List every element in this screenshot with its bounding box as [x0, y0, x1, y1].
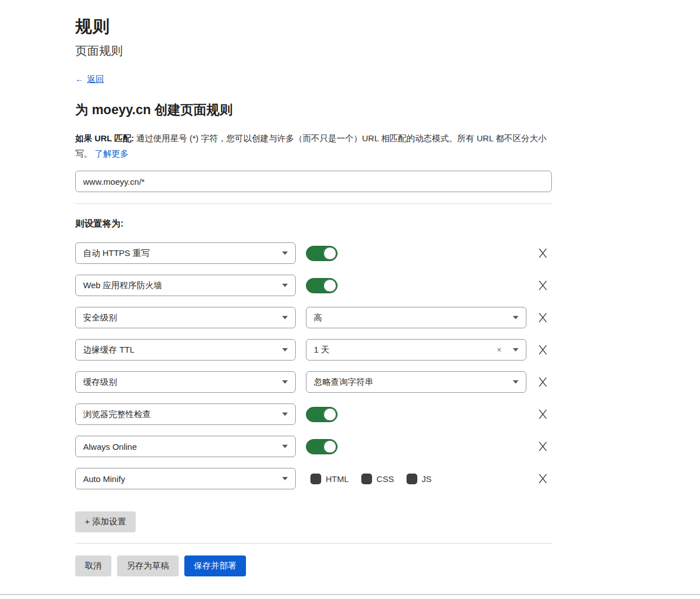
- setting-value-cell: [306, 439, 526, 454]
- toggle-knob: [323, 279, 336, 292]
- setting-value-select-value: 忽略查询字符串: [314, 377, 508, 388]
- cancel-button[interactable]: 取消: [75, 555, 111, 576]
- setting-type-select-value: 边缘缓存 TTL: [83, 345, 278, 355]
- chevron-down-icon: [282, 445, 288, 448]
- setting-value-cell: [306, 407, 526, 422]
- setting-type-select[interactable]: Web 应用程序防火墙: [75, 275, 296, 296]
- checkbox-checked-icon[interactable]: [310, 474, 321, 484]
- setting-value-cell: [306, 246, 526, 261]
- setting-type-select-value: 浏览器完整性检查: [83, 409, 278, 420]
- toggle-knob: [323, 247, 336, 260]
- setting-type-select-value: 自动 HTTPS 重写: [83, 248, 278, 259]
- chevron-down-icon: [282, 284, 288, 287]
- setting-value-cell: HTMLCSSJS: [306, 474, 526, 484]
- form-title: 为 moeyy.cn 创建页面规则: [75, 101, 552, 119]
- setting-type-select-value: Web 应用程序防火墙: [83, 280, 278, 291]
- chevron-down-icon: [513, 316, 518, 319]
- toggle-on[interactable]: [306, 278, 338, 293]
- setting-value-select-value: 高: [314, 312, 508, 323]
- checkbox-label: CSS: [377, 474, 394, 484]
- setting-type-select[interactable]: 自动 HTTPS 重写: [75, 242, 296, 264]
- checkbox-label: JS: [422, 474, 432, 484]
- setting-value-select[interactable]: 忽略查询字符串: [306, 371, 526, 393]
- toggle-on[interactable]: [306, 407, 338, 422]
- save-deploy-button[interactable]: 保存并部署: [184, 555, 246, 576]
- remove-setting-icon[interactable]: [536, 407, 550, 421]
- chevron-down-icon: [282, 380, 288, 384]
- page-rules-form: 规则 页面规则 ←返回 为 moeyy.cn 创建页面规则 如果 URL 匹配:…: [75, 15, 552, 576]
- setting-row: Web 应用程序防火墙: [75, 275, 552, 296]
- remove-setting-icon[interactable]: [536, 440, 550, 453]
- setting-value-cell: [306, 278, 526, 293]
- checkbox-checked-icon[interactable]: [407, 474, 417, 484]
- checkbox-checked-icon[interactable]: [361, 474, 372, 484]
- chevron-down-icon: [282, 413, 288, 416]
- setting-row: 缓存级别忽略查询字符串: [75, 371, 552, 393]
- url-match-help-text: 通过使用星号 (*) 字符，您可以创建与许多（而不只是一个）URL 相匹配的动态…: [75, 133, 547, 158]
- setting-row: Auto MinifyHTMLCSSJS: [75, 468, 552, 489]
- setting-type-select-value: Auto Minify: [83, 474, 278, 484]
- chevron-down-icon: [513, 380, 518, 384]
- section-divider: [75, 203, 552, 204]
- chevron-down-icon: [513, 348, 518, 351]
- chevron-down-icon: [282, 251, 288, 255]
- setting-type-select-value: Always Online: [83, 442, 278, 452]
- remove-setting-icon[interactable]: [536, 343, 550, 357]
- clear-selection-icon[interactable]: ×: [497, 346, 502, 354]
- minify-checkbox-group: HTMLCSSJS: [306, 474, 444, 484]
- checkbox-label: HTML: [326, 474, 349, 484]
- setting-value-cell: 忽略查询字符串: [306, 371, 526, 393]
- settings-rows: 自动 HTTPS 重写Web 应用程序防火墙安全级别高边缘缓存 TTL1 天×缓…: [75, 242, 552, 489]
- remove-setting-icon[interactable]: [536, 279, 550, 292]
- footer-divider: [75, 543, 552, 544]
- setting-row: 安全级别高: [75, 307, 552, 328]
- add-setting-button[interactable]: + 添加设置: [75, 511, 136, 532]
- url-match-label: 如果 URL 匹配:: [75, 133, 134, 143]
- setting-row: 边缘缓存 TTL1 天×: [75, 339, 552, 361]
- toggle-knob: [323, 440, 336, 453]
- setting-value-cell: 高: [306, 307, 526, 328]
- setting-type-select[interactable]: Auto Minify: [75, 468, 296, 489]
- setting-value-select-value: 1 天: [314, 345, 497, 355]
- url-match-description: 如果 URL 匹配: 通过使用星号 (*) 字符，您可以创建与许多（而不只是一个…: [75, 131, 552, 161]
- chevron-down-icon: [282, 348, 288, 351]
- setting-value-select[interactable]: 高: [306, 307, 526, 328]
- action-buttons: 取消 另存为草稿 保存并部署: [75, 555, 552, 576]
- setting-row: 浏览器完整性检查: [75, 403, 552, 425]
- back-arrow-icon: ←: [75, 74, 84, 84]
- setting-row: Always Online: [75, 436, 552, 457]
- page-subtitle: 页面规则: [75, 43, 552, 59]
- back-link-label: 返回: [87, 74, 104, 84]
- toggle-on[interactable]: [306, 439, 338, 454]
- setting-value-cell: 1 天×: [306, 339, 526, 361]
- back-row: ←返回: [75, 74, 552, 85]
- toggle-knob: [323, 408, 336, 421]
- checkbox-item[interactable]: JS: [407, 474, 432, 484]
- chevron-down-icon: [282, 316, 288, 319]
- remove-setting-icon[interactable]: [536, 472, 550, 485]
- checkbox-item[interactable]: HTML: [310, 474, 349, 484]
- setting-type-select-value: 安全级别: [83, 312, 278, 323]
- page-title: 规则: [75, 15, 552, 38]
- page-bottom-divider: [0, 594, 700, 599]
- setting-type-select-value: 缓存级别: [83, 377, 278, 388]
- setting-value-select[interactable]: 1 天×: [306, 339, 526, 361]
- setting-type-select[interactable]: Always Online: [75, 436, 296, 457]
- chevron-down-icon: [282, 477, 288, 480]
- settings-heading: 则设置将为:: [75, 218, 552, 230]
- toggle-on[interactable]: [306, 246, 338, 261]
- back-link[interactable]: ←返回: [75, 74, 104, 84]
- remove-setting-icon[interactable]: [536, 375, 550, 389]
- remove-setting-icon[interactable]: [536, 311, 550, 324]
- checkbox-item[interactable]: CSS: [361, 474, 394, 484]
- url-pattern-input[interactable]: [75, 171, 552, 192]
- setting-type-select[interactable]: 边缘缓存 TTL: [75, 339, 296, 361]
- setting-type-select[interactable]: 缓存级别: [75, 371, 296, 393]
- setting-type-select[interactable]: 浏览器完整性检查: [75, 403, 296, 425]
- setting-row: 自动 HTTPS 重写: [75, 242, 552, 264]
- setting-type-select[interactable]: 安全级别: [75, 307, 296, 328]
- save-draft-button[interactable]: 另存为草稿: [117, 555, 179, 576]
- remove-setting-icon[interactable]: [536, 246, 550, 260]
- learn-more-link[interactable]: 了解更多: [94, 149, 128, 158]
